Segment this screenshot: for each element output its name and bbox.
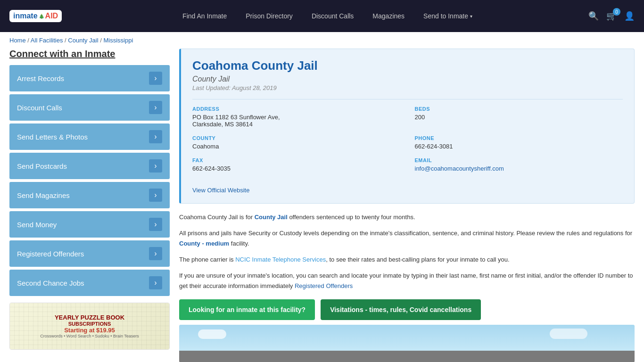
search-icon[interactable]: 🔍 [588,11,599,21]
cart-badge: 0 [613,8,620,16]
facility-type: County Jail [192,75,623,83]
registered-offenders-link[interactable]: Registered Offenders [295,282,353,289]
chevron-right-icon: › [149,130,162,143]
breadcrumb: Home / All Facilities / County Jail / Mi… [0,32,644,49]
logo-text-aid: AID [45,12,58,20]
cta-buttons: Looking for an inmate at this facility? … [179,299,635,320]
chevron-right-icon: › [149,276,162,289]
nav-prison-directory[interactable]: Prison Directory [246,12,293,20]
county-value: Coahoma [192,143,401,150]
county-medium-link[interactable]: County - medium [179,240,229,247]
logo-text-inmate: inmate [13,12,38,20]
county-label: COUNTY [192,135,401,141]
ad-title: Yearly Puzzle Book [40,314,139,321]
ad-description: Crosswords • Word Search • Sudoku • Brai… [40,334,139,338]
description-p3: The phone carrier is NCIC Inmate Telepho… [179,255,635,265]
breadcrumb-all-facilities[interactable]: All Facilities [31,37,63,44]
chevron-right-icon: › [149,101,162,114]
sidebar-item-arrest-records[interactable]: Arrest Records › [9,65,170,91]
send-dropdown-icon: ▾ [470,14,472,19]
breadcrumb-state[interactable]: Mississippi [103,37,133,44]
facility-card: Coahoma County Jail County Jail Last Upd… [179,49,635,204]
view-official-website-link[interactable]: View Official Website [192,187,249,194]
facility-updated: Last Updated: August 28, 2019 [192,84,623,91]
sidebar-title: Connect with an Inmate [9,49,170,59]
nav-discount-calls[interactable]: Discount Calls [312,12,354,20]
beds-group: BEDS 200 [415,106,623,128]
description-p4: If you are unsure of your inmate's locat… [179,271,635,291]
breadcrumb-home[interactable]: Home [9,37,26,44]
fax-group: FAX 662-624-3035 [192,157,401,172]
chevron-right-icon: › [149,189,162,202]
beds-value: 200 [415,114,623,121]
website-group: View Official Website [192,186,623,194]
main-layout: Connect with an Inmate Arrest Records › … [0,49,644,362]
phone-group: PHONE 662-624-3081 [415,135,623,150]
user-icon[interactable]: 👤 [624,11,635,21]
image-sky [179,325,635,351]
facility-name: Coahoma County Jail [192,58,623,73]
facility-image [179,325,635,362]
sidebar-item-discount-calls[interactable]: Discount Calls › [9,94,170,121]
sidebar-item-send-money[interactable]: Send Money › [9,211,170,238]
cart-wrapper[interactable]: 🛒 0 [606,11,617,21]
chevron-right-icon: › [149,159,162,173]
ncic-link[interactable]: NCIC Inmate Telephone Services [235,256,326,263]
cloud-1 [198,329,226,339]
beds-label: BEDS [415,106,623,112]
email-link[interactable]: info@coahomacountysheriff.com [415,165,504,172]
county-group: COUNTY Coahoma [192,135,401,150]
logo-hat-icon: 🎄 [39,14,44,19]
description-p2: All prisons and jails have Security or C… [179,228,635,249]
phone-value: 662-624-3081 [415,143,623,150]
phone-label: PHONE [415,135,623,141]
sidebar-item-registered-offenders[interactable]: Registered Offenders › [9,240,170,267]
address-group: ADDRESS PO Box 1182 63 Sunflower Ave,Cla… [192,106,401,128]
sidebar-item-second-chance-jobs[interactable]: Second Chance Jobs › [9,270,170,296]
chevron-right-icon: › [149,247,162,260]
address-value: PO Box 1182 63 Sunflower Ave,Clarksdale,… [192,114,401,128]
fax-label: FAX [192,157,401,163]
chevron-right-icon: › [149,72,162,85]
email-value: info@coahomacountysheriff.com [415,165,623,172]
main-nav: Find An Inmate Prison Directory Discount… [81,12,574,20]
breadcrumb-county-jail[interactable]: County Jail [68,37,98,44]
image-ground [179,351,635,362]
looking-for-inmate-button[interactable]: Looking for an inmate at this facility? [179,299,315,320]
nav-send-to-inmate[interactable]: Send to Inmate ▾ [423,12,472,20]
description: Coahoma County Jail is for County Jail o… [179,212,635,292]
facility-details: ADDRESS PO Box 1182 63 Sunflower Ave,Cla… [192,99,623,194]
county-jail-link[interactable]: County Jail [255,214,288,221]
cloud-2 [550,329,587,339]
nav-magazines[interactable]: Magazines [372,12,405,20]
visitations-button[interactable]: Visitations - times, rules, Covid cancel… [321,299,481,320]
ad-price: Starting at $19.95 [40,327,139,334]
sidebar-item-send-magazines[interactable]: Send Magazines › [9,182,170,208]
email-group: EMAIL info@coahomacountysheriff.com [415,157,623,172]
logo[interactable]: inmate 🎄 AID [9,10,62,22]
main-content: Coahoma County Jail County Jail Last Upd… [179,49,635,362]
address-label: ADDRESS [192,106,401,112]
sidebar-item-send-postcards[interactable]: Send Postcards › [9,153,170,179]
email-label: EMAIL [415,157,623,163]
site-header: inmate 🎄 AID Find An Inmate Prison Direc… [0,0,644,32]
nav-find-inmate[interactable]: Find An Inmate [182,12,227,20]
sidebar: Connect with an Inmate Arrest Records › … [9,49,170,362]
description-p1: Coahoma County Jail is for County Jail o… [179,212,635,222]
sidebar-item-send-letters[interactable]: Send Letters & Photos › [9,123,170,150]
chevron-right-icon: › [149,218,162,231]
ad-title2: Subscriptions [40,321,139,327]
sidebar-advertisement[interactable]: Yearly Puzzle Book Subscriptions Startin… [9,303,170,350]
fax-value: 662-624-3035 [192,165,401,172]
header-icons: 🔍 🛒 0 👤 [588,11,635,21]
